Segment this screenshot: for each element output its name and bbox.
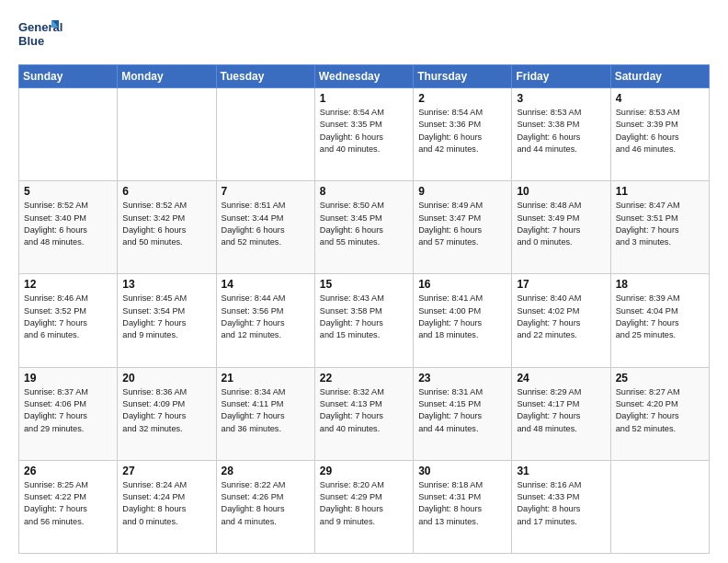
day-info-23: Sunrise: 8:31 AM Sunset: 4:15 PM Dayligh… xyxy=(418,386,506,435)
day-cell-3: 3Sunrise: 8:53 AM Sunset: 3:38 PM Daylig… xyxy=(512,88,610,181)
day-number-8: 8 xyxy=(320,185,408,198)
day-cell-empty xyxy=(118,88,216,181)
day-number-14: 14 xyxy=(222,278,310,291)
day-info-18: Sunrise: 8:39 AM Sunset: 4:04 PM Dayligh… xyxy=(616,293,704,341)
day-info-21: Sunrise: 8:34 AM Sunset: 4:11 PM Dayligh… xyxy=(222,386,310,435)
day-info-26: Sunrise: 8:25 AM Sunset: 4:22 PM Dayligh… xyxy=(24,479,112,528)
weekday-header-row: SundayMondayTuesdayWednesdayThursdayFrid… xyxy=(19,65,710,88)
day-info-25: Sunrise: 8:27 AM Sunset: 4:20 PM Dayligh… xyxy=(616,386,704,435)
day-info-9: Sunrise: 8:49 AM Sunset: 3:47 PM Dayligh… xyxy=(418,200,506,248)
day-cell-empty xyxy=(216,88,314,181)
day-info-5: Sunrise: 8:52 AM Sunset: 3:40 PM Dayligh… xyxy=(24,200,112,248)
day-cell-7: 7Sunrise: 8:51 AM Sunset: 3:44 PM Daylig… xyxy=(216,181,314,274)
weekday-header-thursday: Thursday xyxy=(414,65,512,88)
day-number-13: 13 xyxy=(122,278,210,291)
day-cell-14: 14Sunrise: 8:44 AM Sunset: 3:56 PM Dayli… xyxy=(216,274,314,367)
day-cell-empty xyxy=(610,460,709,553)
calendar-table: SundayMondayTuesdayWednesdayThursdayFrid… xyxy=(18,64,710,554)
day-info-28: Sunrise: 8:22 AM Sunset: 4:26 PM Dayligh… xyxy=(222,479,310,528)
header: General Blue xyxy=(18,17,710,55)
day-cell-6: 6Sunrise: 8:52 AM Sunset: 3:42 PM Daylig… xyxy=(118,181,216,274)
day-info-31: Sunrise: 8:16 AM Sunset: 4:33 PM Dayligh… xyxy=(517,479,605,528)
day-cell-empty xyxy=(19,88,118,181)
day-info-14: Sunrise: 8:44 AM Sunset: 3:56 PM Dayligh… xyxy=(222,293,310,341)
day-info-30: Sunrise: 8:18 AM Sunset: 4:31 PM Dayligh… xyxy=(418,479,506,528)
day-cell-9: 9Sunrise: 8:49 AM Sunset: 3:47 PM Daylig… xyxy=(414,181,512,274)
day-info-12: Sunrise: 8:46 AM Sunset: 3:52 PM Dayligh… xyxy=(24,293,112,341)
day-cell-23: 23Sunrise: 8:31 AM Sunset: 4:15 PM Dayli… xyxy=(414,367,512,460)
day-number-31: 31 xyxy=(517,465,605,477)
weekday-header-saturday: Saturday xyxy=(610,65,709,88)
day-info-10: Sunrise: 8:48 AM Sunset: 3:49 PM Dayligh… xyxy=(517,200,605,248)
week-row-2: 5Sunrise: 8:52 AM Sunset: 3:40 PM Daylig… xyxy=(19,181,710,274)
day-number-20: 20 xyxy=(122,372,210,385)
day-number-2: 2 xyxy=(418,92,506,105)
day-number-11: 11 xyxy=(616,185,704,198)
day-cell-12: 12Sunrise: 8:46 AM Sunset: 3:52 PM Dayli… xyxy=(19,274,118,367)
day-cell-25: 25Sunrise: 8:27 AM Sunset: 4:20 PM Dayli… xyxy=(610,367,709,460)
day-info-19: Sunrise: 8:37 AM Sunset: 4:06 PM Dayligh… xyxy=(24,386,112,435)
day-number-25: 25 xyxy=(616,372,704,385)
day-number-4: 4 xyxy=(616,92,704,105)
logo-svg: General Blue xyxy=(18,17,63,55)
day-cell-4: 4Sunrise: 8:53 AM Sunset: 3:39 PM Daylig… xyxy=(610,88,709,181)
day-number-16: 16 xyxy=(418,278,506,291)
day-cell-28: 28Sunrise: 8:22 AM Sunset: 4:26 PM Dayli… xyxy=(216,460,314,553)
day-number-3: 3 xyxy=(517,92,605,105)
day-info-16: Sunrise: 8:41 AM Sunset: 4:00 PM Dayligh… xyxy=(418,293,506,341)
day-cell-15: 15Sunrise: 8:43 AM Sunset: 3:58 PM Dayli… xyxy=(314,274,413,367)
weekday-header-tuesday: Tuesday xyxy=(216,65,314,88)
day-cell-10: 10Sunrise: 8:48 AM Sunset: 3:49 PM Dayli… xyxy=(512,181,610,274)
day-number-23: 23 xyxy=(418,372,506,385)
day-cell-27: 27Sunrise: 8:24 AM Sunset: 4:24 PM Dayli… xyxy=(118,460,216,553)
day-cell-22: 22Sunrise: 8:32 AM Sunset: 4:13 PM Dayli… xyxy=(314,367,413,460)
week-row-4: 19Sunrise: 8:37 AM Sunset: 4:06 PM Dayli… xyxy=(19,367,710,460)
week-row-1: 1Sunrise: 8:54 AM Sunset: 3:35 PM Daylig… xyxy=(19,88,710,181)
svg-text:Blue: Blue xyxy=(18,34,44,48)
day-number-5: 5 xyxy=(24,185,112,198)
day-cell-16: 16Sunrise: 8:41 AM Sunset: 4:00 PM Dayli… xyxy=(414,274,512,367)
day-number-12: 12 xyxy=(24,278,112,291)
day-number-24: 24 xyxy=(517,372,605,385)
day-number-19: 19 xyxy=(24,372,112,385)
day-cell-21: 21Sunrise: 8:34 AM Sunset: 4:11 PM Dayli… xyxy=(216,367,314,460)
weekday-header-sunday: Sunday xyxy=(19,65,118,88)
day-info-29: Sunrise: 8:20 AM Sunset: 4:29 PM Dayligh… xyxy=(320,479,408,528)
day-number-18: 18 xyxy=(616,278,704,291)
page: General Blue SundayMondayTuesdayWednesda… xyxy=(0,0,728,563)
day-info-20: Sunrise: 8:36 AM Sunset: 4:09 PM Dayligh… xyxy=(122,386,210,435)
day-cell-26: 26Sunrise: 8:25 AM Sunset: 4:22 PM Dayli… xyxy=(19,460,118,553)
day-info-27: Sunrise: 8:24 AM Sunset: 4:24 PM Dayligh… xyxy=(122,479,210,528)
day-info-7: Sunrise: 8:51 AM Sunset: 3:44 PM Dayligh… xyxy=(222,200,310,248)
day-cell-13: 13Sunrise: 8:45 AM Sunset: 3:54 PM Dayli… xyxy=(118,274,216,367)
day-cell-30: 30Sunrise: 8:18 AM Sunset: 4:31 PM Dayli… xyxy=(414,460,512,553)
day-number-7: 7 xyxy=(222,185,310,198)
day-number-21: 21 xyxy=(222,372,310,385)
day-cell-29: 29Sunrise: 8:20 AM Sunset: 4:29 PM Dayli… xyxy=(314,460,413,553)
day-cell-8: 8Sunrise: 8:50 AM Sunset: 3:45 PM Daylig… xyxy=(314,181,413,274)
day-info-13: Sunrise: 8:45 AM Sunset: 3:54 PM Dayligh… xyxy=(122,293,210,341)
day-info-6: Sunrise: 8:52 AM Sunset: 3:42 PM Dayligh… xyxy=(122,200,210,248)
day-cell-24: 24Sunrise: 8:29 AM Sunset: 4:17 PM Dayli… xyxy=(512,367,610,460)
day-cell-2: 2Sunrise: 8:54 AM Sunset: 3:36 PM Daylig… xyxy=(414,88,512,181)
day-number-27: 27 xyxy=(122,465,210,477)
day-info-8: Sunrise: 8:50 AM Sunset: 3:45 PM Dayligh… xyxy=(320,200,408,248)
day-number-17: 17 xyxy=(517,278,605,291)
day-number-28: 28 xyxy=(222,465,310,477)
day-number-29: 29 xyxy=(320,465,408,477)
logo: General Blue xyxy=(18,17,63,55)
day-cell-19: 19Sunrise: 8:37 AM Sunset: 4:06 PM Dayli… xyxy=(19,367,118,460)
weekday-header-wednesday: Wednesday xyxy=(314,65,413,88)
day-info-24: Sunrise: 8:29 AM Sunset: 4:17 PM Dayligh… xyxy=(517,386,605,435)
day-info-17: Sunrise: 8:40 AM Sunset: 4:02 PM Dayligh… xyxy=(517,293,605,341)
day-info-2: Sunrise: 8:54 AM Sunset: 3:36 PM Dayligh… xyxy=(418,107,506,155)
day-info-3: Sunrise: 8:53 AM Sunset: 3:38 PM Dayligh… xyxy=(517,107,605,155)
day-number-1: 1 xyxy=(320,92,408,105)
day-cell-11: 11Sunrise: 8:47 AM Sunset: 3:51 PM Dayli… xyxy=(610,181,709,274)
day-number-9: 9 xyxy=(418,185,506,198)
day-info-11: Sunrise: 8:47 AM Sunset: 3:51 PM Dayligh… xyxy=(616,200,704,248)
weekday-header-monday: Monday xyxy=(118,65,216,88)
day-number-15: 15 xyxy=(320,278,408,291)
week-row-5: 26Sunrise: 8:25 AM Sunset: 4:22 PM Dayli… xyxy=(19,460,710,553)
day-cell-20: 20Sunrise: 8:36 AM Sunset: 4:09 PM Dayli… xyxy=(118,367,216,460)
